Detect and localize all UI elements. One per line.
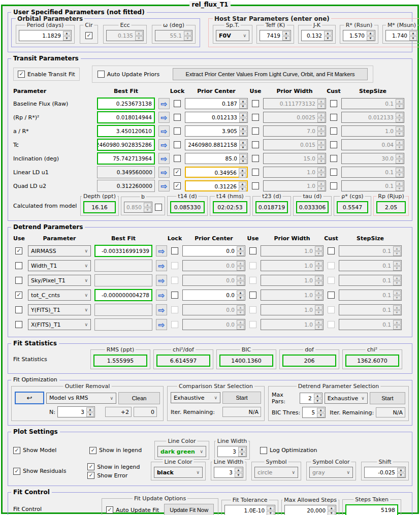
spinner[interactable]: ▲▼	[135, 31, 143, 40]
comparison-method-dropdown[interactable]: Exhaustive∨	[171, 392, 220, 403]
prior-width-field[interactable]: 0.0025▲▼	[263, 112, 326, 123]
spinner[interactable]: ▲▼	[315, 305, 322, 314]
use-checkbox[interactable]	[252, 141, 259, 148]
use-prior-checkbox[interactable]	[249, 262, 256, 269]
show-residuals-toggle[interactable]: Show Residuals	[13, 468, 82, 475]
shift-field[interactable]: -0.025▲▼	[364, 467, 406, 478]
copy-to-prior-button[interactable]: ⇨	[156, 289, 167, 301]
show-in-legend-checkbox[interactable]	[87, 463, 94, 470]
spinner[interactable]: ▲▼	[239, 140, 247, 149]
rstar-field[interactable]: 1.570▲▼	[343, 30, 375, 41]
spinner[interactable]: ▲▼	[237, 246, 244, 255]
spinner[interactable]: ▲▼	[237, 320, 244, 329]
spinner[interactable]: ▲▼	[239, 168, 246, 176]
spinner[interactable]: ▲▼	[317, 126, 325, 136]
log-optimization-checkbox[interactable]	[260, 447, 267, 454]
clean-button[interactable]: Clean	[118, 392, 160, 404]
lock-checkbox[interactable]	[174, 169, 181, 176]
copy-to-prior-button[interactable]: ⇨	[158, 153, 170, 164]
spinner[interactable]: ▲▼	[393, 276, 401, 285]
symbol-dropdown[interactable]: circle∨	[254, 467, 298, 478]
use-checkbox[interactable]	[252, 114, 259, 121]
enable-transit-fit-checkbox[interactable]	[18, 71, 25, 78]
step-size-field[interactable]: 0.1▲▼	[339, 275, 402, 286]
copy-to-prior-button[interactable]: ⇨	[156, 260, 167, 271]
use-detrend-checkbox[interactable]	[15, 292, 22, 299]
best-fit-field[interactable]	[94, 318, 152, 331]
b-lock-checkbox[interactable]	[155, 204, 162, 211]
use-detrend-checkbox[interactable]	[15, 247, 22, 254]
spinner[interactable]: ▲▼	[317, 181, 325, 190]
step-size-field[interactable]: 0.1▲▼	[341, 98, 404, 109]
best-fit-field[interactable]	[94, 274, 152, 286]
best-fit-field[interactable]	[94, 304, 152, 316]
spinner[interactable]: ▲▼	[317, 140, 325, 149]
max-allowed-steps-field[interactable]: 20,000▲▼	[284, 505, 336, 515]
residuals-line-width-field[interactable]: 3▲▼	[214, 467, 243, 478]
spinner[interactable]: ▲▼	[63, 31, 71, 40]
spinner[interactable]: ▲▼	[267, 506, 274, 515]
auto-update-priors[interactable]: Auto Update Priors	[98, 71, 159, 78]
update-fit-now-button[interactable]: Update Fit Now	[164, 504, 214, 515]
cust-checkbox[interactable]	[330, 182, 337, 189]
prior-center-field[interactable]: 0.31226▲▼	[185, 180, 248, 191]
spinner[interactable]: ▲▼	[239, 154, 247, 163]
detrend-parameter-dropdown[interactable]: Width_T1∨	[28, 260, 91, 271]
spinner[interactable]: ▲▼	[393, 261, 401, 270]
spinner[interactable]: ▲▼	[317, 168, 325, 177]
use-checkbox[interactable]	[252, 127, 259, 135]
show-model-checkbox[interactable]	[13, 447, 20, 454]
use-prior-checkbox[interactable]	[249, 321, 256, 328]
show-error-toggle[interactable]: Show Error	[87, 472, 146, 479]
lock-checkbox[interactable]	[174, 141, 181, 148]
copy-to-prior-button[interactable]: ⇨	[158, 167, 170, 178]
copy-to-prior-button[interactable]: ⇨	[158, 125, 170, 137]
spinner[interactable]: ▲▼	[317, 99, 325, 108]
period-field[interactable]: 1.1829 ▲▼	[19, 30, 72, 41]
detrend-parameter-dropdown[interactable]: Sky/Pixel_T1∨	[28, 275, 91, 286]
step-size-field[interactable]: 0.04▲▼	[341, 139, 404, 150]
copy-to-prior-button[interactable]: ⇨	[156, 304, 167, 315]
best-fit-field[interactable]: 0.312260000	[97, 180, 155, 192]
lock-checkbox[interactable]	[174, 182, 181, 189]
step-size-field[interactable]: 0.1▲▼	[341, 180, 404, 191]
step-size-field[interactable]: 0.1▲▼	[339, 245, 402, 256]
lock-checkbox[interactable]	[171, 292, 178, 299]
omega-field[interactable]: 55.1 ▲▼	[155, 30, 192, 41]
undo-clean-button[interactable]: ↩	[15, 392, 44, 404]
use-prior-checkbox[interactable]	[249, 277, 256, 284]
spinner[interactable]: ▲▼	[237, 291, 244, 300]
lock-checkbox[interactable]	[174, 155, 181, 162]
prior-width-field[interactable]: 7.0▲▼	[263, 125, 326, 137]
lock-checkbox[interactable]	[171, 306, 178, 313]
auto-update-fit-checkbox[interactable]	[106, 506, 113, 513]
lock-checkbox[interactable]	[171, 247, 178, 254]
prior-width-field[interactable]: 15.0▲▼	[263, 153, 326, 164]
prior-center-field[interactable]: 0.012133▲▼	[185, 112, 248, 123]
prior-width-field[interactable]: 0.015▲▼	[263, 139, 326, 150]
cust-checkbox[interactable]	[328, 321, 335, 328]
step-size-field[interactable]: 0.012133▲▼	[341, 112, 404, 123]
n-field[interactable]: 3▲▼	[57, 406, 95, 417]
copy-to-prior-button[interactable]: ⇨	[158, 112, 170, 123]
lock-checkbox[interactable]	[171, 262, 178, 269]
spinner[interactable]: ▲▼	[144, 203, 151, 212]
max-pars-field[interactable]: 2▲▼	[300, 393, 322, 404]
step-size-field[interactable]: 0.1▲▼	[339, 289, 402, 301]
b-field[interactable]: 0.850▲▼	[124, 202, 152, 213]
spinner[interactable]: ▲▼	[239, 126, 247, 136]
spinner[interactable]: ▲▼	[282, 31, 290, 40]
spinner[interactable]: ▲▼	[315, 261, 322, 270]
cir-checkbox[interactable]	[85, 32, 92, 39]
spinner[interactable]: ▲▼	[86, 407, 94, 416]
best-fit-field[interactable]: 2460980.902835286	[97, 139, 155, 151]
spinner[interactable]: ▲▼	[315, 246, 322, 255]
extract-priors-button[interactable]: Extract Prior Center Values From Light C…	[173, 68, 368, 80]
outlier-method-dropdown[interactable]: Model vs RMS∨	[46, 393, 116, 404]
residuals-line-color-dropdown[interactable]: black∨	[154, 467, 203, 478]
prior-width-field[interactable]: 1.0▲▼	[261, 289, 324, 301]
cust-checkbox[interactable]	[328, 247, 335, 254]
detrend-parameter-dropdown[interactable]: AIRMASS∨	[28, 245, 91, 256]
use-detrend-checkbox[interactable]	[15, 262, 22, 269]
log-optimization-toggle[interactable]: Log Optimization	[260, 447, 317, 454]
